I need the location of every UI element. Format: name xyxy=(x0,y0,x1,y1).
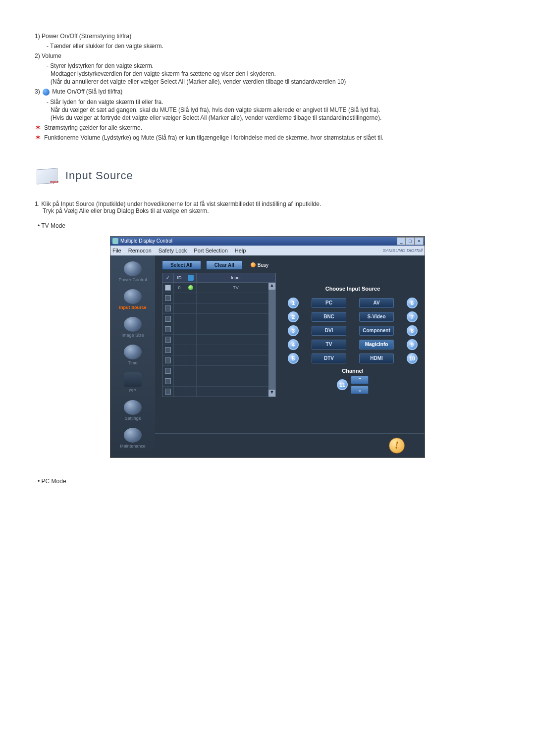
menu-safety-lock[interactable]: Safety Lock xyxy=(159,248,187,253)
instruction-line-2: Tryk på Vælg Alle eller brug Dialog Boks… xyxy=(35,207,500,214)
badge-4: 4 xyxy=(288,339,299,350)
clear-all-button[interactable]: Clear All xyxy=(206,260,243,270)
bottom-bar: ! xyxy=(155,433,425,457)
star-icon: ✶ xyxy=(35,134,41,141)
sidebar-item-pip[interactable]: PIP xyxy=(110,370,155,398)
power-icon xyxy=(124,261,142,276)
busy-indicator: Busy xyxy=(251,262,268,268)
table-row[interactable] xyxy=(162,345,275,355)
item-power-onoff: 1) Power On/Off (Strømstyring til/fra) xyxy=(35,33,500,40)
maximize-button[interactable]: □ xyxy=(406,237,415,245)
sidebar-label-input: Input Source xyxy=(119,305,146,310)
badge-9: 9 xyxy=(407,339,418,350)
channel-label: Channel xyxy=(288,368,418,374)
minimize-button[interactable]: _ xyxy=(397,237,406,245)
sidebar-item-settings[interactable]: Settings xyxy=(110,398,155,426)
sidebar-item-maintenance[interactable]: Maintenance xyxy=(110,426,155,454)
sidebar-item-input-source[interactable]: Input Source xyxy=(110,287,155,315)
badge-6: 6 xyxy=(407,298,418,308)
sidebar-item-time[interactable]: Time xyxy=(110,343,155,370)
table-row[interactable] xyxy=(162,303,275,314)
row-checkbox[interactable] xyxy=(165,316,171,322)
row-checkbox[interactable] xyxy=(165,305,171,311)
busy-label: Busy xyxy=(258,262,268,268)
table-row[interactable] xyxy=(162,387,275,397)
close-button[interactable]: × xyxy=(415,237,424,245)
choose-input-title: Choose Input Source xyxy=(288,286,418,292)
table-row[interactable] xyxy=(162,335,275,345)
maintenance-icon xyxy=(124,428,142,443)
row-input: TV xyxy=(197,283,275,293)
badge-11: 11 xyxy=(337,379,348,390)
info-icon[interactable]: ! xyxy=(389,438,405,454)
input-bnc-button[interactable]: BNC xyxy=(312,312,346,322)
row-checkbox[interactable] xyxy=(165,347,171,353)
input-av-button[interactable]: AV xyxy=(359,298,394,308)
time-icon xyxy=(124,345,142,359)
badge-7: 7 xyxy=(407,311,418,322)
instruction-line-1: 1. Klik på Input Source (Inputkilde) und… xyxy=(35,201,500,207)
row-id: 0 xyxy=(174,283,185,293)
input-magicinfo-button[interactable]: MagicInfo xyxy=(359,340,394,350)
menu-port-selection[interactable]: Port Selection xyxy=(194,248,227,253)
image-size-icon xyxy=(124,317,142,332)
input-dtv-button[interactable]: DTV xyxy=(312,353,346,363)
item-volume-sub1: - Styrer lydstyrken for den valgte skærm… xyxy=(35,62,500,69)
right-panel: Choose Input Source 1 PC AV 6 2 BNC xyxy=(276,273,425,433)
input-component-button[interactable]: Component xyxy=(359,326,394,336)
input-dvi-button[interactable]: DVI xyxy=(312,326,346,336)
grid-header-id: ID xyxy=(174,273,185,282)
row-status-led-icon xyxy=(188,285,193,290)
app-icon xyxy=(112,238,118,244)
menu-help[interactable]: Help xyxy=(235,248,246,253)
item-mute-title: Mute On/Off (Slå lyd til/fra) xyxy=(52,88,122,95)
scroll-up-icon[interactable]: ▲ xyxy=(268,283,275,290)
sidebar-item-image-size[interactable]: Image Size xyxy=(110,315,155,343)
table-row[interactable] xyxy=(162,324,275,335)
mute-icon xyxy=(43,89,50,96)
row-checkbox[interactable] xyxy=(165,389,171,395)
sidebar-item-power-control[interactable]: Power Control xyxy=(110,259,155,287)
grid-header-check[interactable]: ✓ xyxy=(162,273,174,282)
row-checkbox[interactable] xyxy=(165,295,171,301)
pip-icon xyxy=(124,372,142,387)
badge-1: 1 xyxy=(288,298,299,308)
input-hdmi-button[interactable]: HDMI xyxy=(359,353,394,363)
input-pc-button[interactable]: PC xyxy=(312,298,346,308)
table-row[interactable] xyxy=(162,366,275,376)
scroll-down-icon[interactable]: ▼ xyxy=(268,390,275,397)
star-note-2: Funktionerne Volume (Lydstyrke) og Mute … xyxy=(44,134,383,141)
row-checkbox[interactable] xyxy=(165,378,171,384)
row-checkbox[interactable] xyxy=(165,357,171,363)
row-checkbox[interactable] xyxy=(165,326,171,332)
sidebar-label-image: Image Size xyxy=(121,333,144,338)
row-checkbox[interactable] xyxy=(165,337,171,343)
item-mute-sub1: - Slår lyden for den valgte skærm til el… xyxy=(35,99,500,105)
star-icon: ✶ xyxy=(35,124,41,131)
status-header-icon xyxy=(188,275,194,281)
input-svideo-button[interactable]: S-Video xyxy=(359,312,394,322)
pc-mode-label: • PC Mode xyxy=(38,478,500,485)
table-row[interactable] xyxy=(162,376,275,387)
item-volume-sub2: Modtager lydstyrkeværdien for den valgte… xyxy=(35,70,500,77)
grid-header-input: Input xyxy=(197,273,275,282)
select-all-button[interactable]: Select All xyxy=(162,260,201,270)
section-title: Input Source xyxy=(65,169,133,182)
menu-remocon[interactable]: Remocon xyxy=(128,248,152,253)
table-row[interactable]: 0 TV xyxy=(162,283,275,293)
channel-down-button[interactable]: ⌄ xyxy=(351,386,369,394)
item-power-sub: - Tænder eller slukker for den valgte sk… xyxy=(35,43,500,50)
item-mute-sub2: Når du vælger ét sæt ad gangen, skal du … xyxy=(35,106,500,113)
busy-led-icon xyxy=(251,262,256,267)
menu-file[interactable]: File xyxy=(112,248,121,253)
table-row[interactable] xyxy=(162,355,275,366)
channel-up-button[interactable]: ⌃ xyxy=(351,376,369,384)
section-icon-label: Input xyxy=(50,180,58,184)
table-row[interactable] xyxy=(162,314,275,324)
input-tv-button[interactable]: TV xyxy=(312,340,346,350)
sidebar-label-power: Power Control xyxy=(118,277,147,282)
table-row[interactable] xyxy=(162,293,275,303)
row-checkbox[interactable] xyxy=(165,368,171,374)
row-checkbox[interactable] xyxy=(165,285,171,291)
grid-scrollbar[interactable]: ▲ ▼ xyxy=(268,283,275,397)
